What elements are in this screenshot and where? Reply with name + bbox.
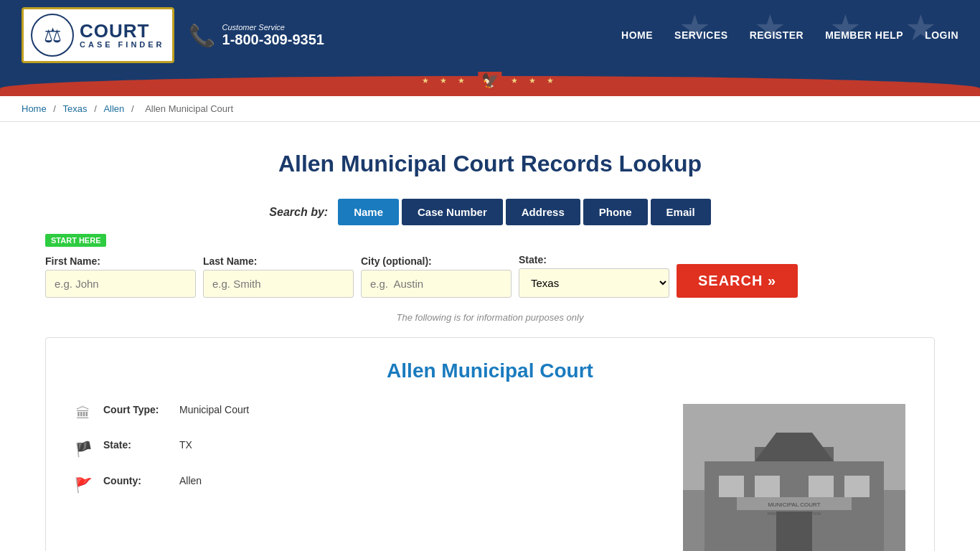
main-content: Allen Municipal Court Records Lookup Sea… — [24, 122, 956, 551]
form-wrapper: START HERE First Name: Last Name: City (… — [45, 234, 935, 298]
svg-text:MUNICIPAL COURT: MUNICIPAL COURT — [768, 501, 820, 508]
city-group: City (optional): — [361, 255, 512, 298]
search-by-label: Search by: — [269, 206, 328, 219]
court-info-box: Allen Municipal Court 🏛 Court Type: Muni… — [45, 337, 935, 551]
svg-rect-9 — [776, 512, 812, 551]
court-type-label: Court Type: — [103, 404, 168, 415]
search-section: Search by: Name Case Number Address Phon… — [45, 199, 935, 298]
county-value: Allen — [179, 475, 202, 486]
breadcrumb-home[interactable]: Home — [22, 103, 47, 114]
logo-box: ⚖ COURT CASE FINDER — [22, 7, 174, 63]
detail-row-state: 🏴 State: TX — [75, 439, 661, 458]
court-building-svg: MUNICIPAL COURT PARKS AND RECREATION — [683, 404, 905, 551]
court-image: MUNICIPAL COURT PARKS AND RECREATION — [683, 404, 905, 551]
page-title: Allen Municipal Court Records Lookup — [45, 151, 935, 177]
court-details-right: MUNICIPAL COURT PARKS AND RECREATION — [683, 404, 905, 551]
first-name-group: First Name: — [45, 255, 196, 298]
info-note: The following is for information purpose… — [45, 312, 935, 323]
nav-register[interactable]: REGISTER — [750, 29, 804, 41]
court-type-icon: 🏛 — [75, 405, 92, 422]
breadcrumb: Home / Texas / Allen / Allen Municipal C… — [0, 96, 980, 122]
header: ★ ★ ★ ★ ⚖ COURT CASE FINDER 📞 Customer S… — [0, 0, 980, 70]
state-value-detail: TX — [179, 439, 192, 451]
last-name-group: Last Name: — [203, 255, 354, 298]
state-select[interactable]: Texas — [519, 268, 669, 298]
cs-text: Customer Service 1-800-309-9351 — [222, 23, 324, 48]
logo-subtitle: CASE FINDER — [80, 40, 165, 49]
state-group: State: Texas — [519, 254, 669, 298]
bg-star-4: ★ — [905, 7, 937, 49]
last-name-label: Last Name: — [203, 255, 354, 267]
nav-services[interactable]: SERVICES — [674, 29, 728, 41]
court-details-layout: 🏛 Court Type: Municipal Court 🏴 State: T… — [75, 404, 905, 551]
cs-number: 1-800-309-9351 — [222, 32, 324, 48]
first-name-input[interactable] — [45, 270, 196, 298]
tab-phone[interactable]: Phone — [583, 199, 648, 225]
state-flag-icon: 🏴 — [75, 441, 92, 458]
search-form: First Name: Last Name: City (optional): … — [45, 254, 935, 298]
breadcrumb-sep-2: / — [94, 103, 99, 114]
nav-member-help[interactable]: MEMBER HELP — [825, 29, 903, 41]
stars-right: ★ ★ ★ — [511, 76, 558, 85]
bg-star-1: ★ — [679, 7, 711, 49]
nav-home[interactable]: HOME — [621, 29, 653, 41]
nav-login[interactable]: LOGIN — [925, 29, 958, 41]
tab-email[interactable]: Email — [651, 199, 711, 225]
eagle-icon: 🦅 — [479, 72, 502, 89]
breadcrumb-city[interactable]: Allen — [103, 103, 124, 114]
svg-rect-7 — [809, 476, 834, 497]
svg-rect-8 — [844, 476, 870, 497]
start-here-badge: START HERE — [45, 234, 106, 247]
logo-title: COURT — [80, 22, 165, 40]
court-type-value: Municipal Court — [179, 404, 249, 415]
svg-rect-5 — [719, 476, 744, 497]
svg-text:PARKS AND RECREATION: PARKS AND RECREATION — [768, 512, 821, 516]
header-left: ⚖ COURT CASE FINDER 📞 Customer Service 1… — [22, 7, 324, 63]
breadcrumb-sep-3: / — [131, 103, 136, 114]
logo-text: COURT CASE FINDER — [80, 22, 165, 49]
search-button[interactable]: SEARCH » — [677, 264, 798, 298]
court-details-left: 🏛 Court Type: Municipal Court 🏴 State: T… — [75, 404, 661, 551]
stars-banner: ★ ★ ★ 🦅 ★ ★ ★ — [0, 70, 980, 96]
main-nav: HOME SERVICES REGISTER MEMBER HELP LOGIN — [621, 29, 958, 41]
county-label: County: — [103, 475, 168, 486]
cs-label: Customer Service — [222, 23, 324, 32]
bg-star-2: ★ — [754, 7, 786, 49]
search-by-row: Search by: Name Case Number Address Phon… — [45, 199, 935, 225]
state-label: State: — [519, 254, 669, 265]
state-label-detail: State: — [103, 439, 168, 451]
breadcrumb-sep-1: / — [53, 103, 58, 114]
court-info-title: Allen Municipal Court — [75, 359, 905, 382]
breadcrumb-state[interactable]: Texas — [63, 103, 88, 114]
first-name-label: First Name: — [45, 255, 196, 267]
breadcrumb-current: Allen Municipal Court — [145, 103, 233, 114]
county-icon: 🚩 — [75, 476, 92, 494]
city-input[interactable] — [361, 270, 512, 298]
detail-row-type: 🏛 Court Type: Municipal Court — [75, 404, 661, 422]
detail-row-county: 🚩 County: Allen — [75, 475, 661, 494]
customer-service: 📞 Customer Service 1-800-309-9351 — [189, 23, 324, 48]
svg-rect-6 — [755, 476, 780, 497]
phone-icon: 📞 — [189, 23, 215, 48]
last-name-input[interactable] — [203, 270, 354, 298]
tab-name[interactable]: Name — [338, 199, 399, 225]
stars-left: ★ ★ ★ — [422, 76, 469, 85]
tab-address[interactable]: Address — [506, 199, 580, 225]
logo-emblem: ⚖ — [31, 14, 74, 57]
bg-star-3: ★ — [829, 7, 862, 49]
eagle-banner: ★ ★ ★ 🦅 ★ ★ ★ — [422, 72, 557, 89]
city-label: City (optional): — [361, 255, 512, 267]
tab-case-number[interactable]: Case Number — [402, 199, 503, 225]
